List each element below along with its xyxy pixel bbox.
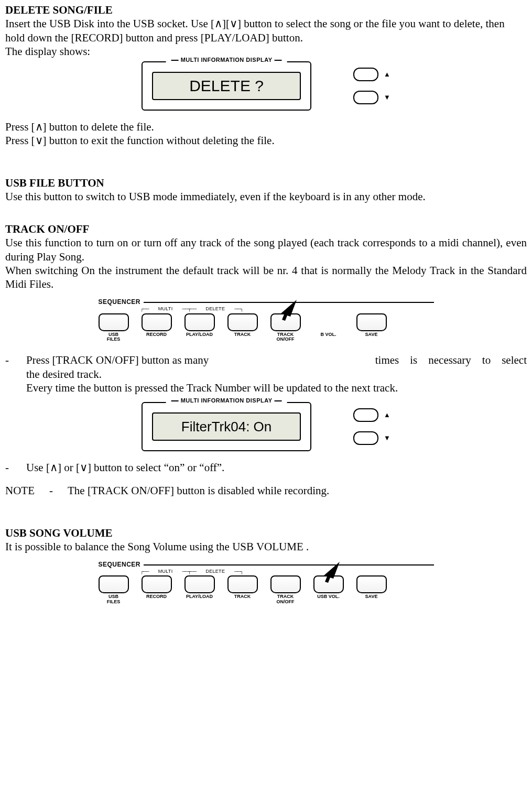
track-label-2: TRACK [227,594,258,599]
usbfile-p1: Use this button to switch to USB mode im… [5,190,527,203]
track-onoff-label: TRACK ON/OFF [270,332,301,342]
lcd-screen: DELETE ? [152,72,301,100]
display-label: MULTI INFORMATION DISPLAY [166,57,287,64]
up-button[interactable] [353,68,378,81]
display-label-2: MULTI INFORMATION DISPLAY [166,397,287,405]
delete-p1: Insert the USB Disk into the USB socket.… [5,17,527,45]
section-title-delete: DELETE SONG/FILE [5,3,527,17]
usb-files-label-2: USB FILES [99,594,129,604]
track-button[interactable] [227,313,258,331]
delete-p4: Press [∨] button to exit the function wi… [5,134,527,147]
down-arrow-icon: ▼ [384,93,390,102]
save-button-2[interactable] [356,575,387,593]
sequencer-title-text-2: SEQUENCER [99,561,141,569]
arrow-buttons-2: ▲ ▼ [353,408,390,445]
sub-delete: DELETE [196,306,234,312]
track-label: TRACK [227,332,258,337]
usb-files-button[interactable] [99,313,129,331]
up-arrow-icon: ▲ [384,70,390,79]
trackonoff-p2: When switching On the instrument the def… [5,264,527,291]
save-label: SAVE [356,332,387,337]
trackonoff-p1: Use this function to turn on or turn off… [5,236,527,264]
figure-sequencer-1: SEQUENCER ┌── MULTI ──┬── DELETE ──┐ USB… [99,298,434,342]
note-label: NOTE [5,484,35,497]
figure-delete-display: MULTI INFORMATION DISPLAY DELETE ? ▲ ▼ [5,61,527,111]
track-onoff-label-2: TRACK ON/OFF [270,594,301,604]
record-label: RECORD [142,332,172,337]
sequencer-buttons: USB FILES RECORD PLAY/LOAD TRACK TRACK O… [99,313,434,342]
sub-multi-2: MULTI [149,569,182,574]
sequencer-title-text: SEQUENCER [99,298,141,306]
section-title-usbfile: USB FILE BUTTON [5,176,527,190]
delete-p3: Press [∧] button to delete the file. [5,120,527,134]
record-button[interactable] [142,313,172,331]
multi-info-display: MULTI INFORMATION DISPLAY DELETE ? [142,61,311,111]
list-item-1: - Press [TRACK ON/OFF] button as many ti… [5,353,527,395]
usb-files-button-2[interactable] [99,575,129,593]
dash-icon: - [5,353,26,395]
li1a: Press [TRACK ON/OFF] button as many [26,353,209,367]
multi-info-display-2: MULTI INFORMATION DISPLAY FilterTrk04: O… [142,402,311,451]
cursor-arrow-icon-2 [319,561,341,583]
up-arrow-icon-2: ▲ [384,411,390,419]
section-title-trackonoff: TRACK ON/OFF [5,222,527,236]
record-button-2[interactable] [142,575,172,593]
down-button-row: ▼ [353,91,390,104]
lcd-screen-2: FilterTrk04: On [152,412,301,441]
track-onoff-button-2[interactable] [270,575,301,593]
sub-delete-2: DELETE [196,569,234,574]
usb-vol-col: USB VOL. [313,575,344,599]
arrow-buttons: ▲ ▼ [353,68,390,104]
usbvol-p1: It is possible to balance the Song Volum… [5,540,527,553]
usb-files-label: USB FILES [99,332,129,342]
up-button-row: ▲ [353,68,390,81]
sequencer-title: SEQUENCER [99,298,434,306]
playload-button[interactable] [184,313,215,331]
record-label-2: RECORD [142,594,172,599]
track-onoff-col: TRACK ON/OFF [270,313,301,342]
note-dash: - [49,484,53,497]
list-item-2: - Use [∧] or [∨] button to select “on” o… [5,461,527,474]
down-button-2[interactable] [353,431,378,445]
li1d: Every time the button is pressed the Tra… [26,381,527,395]
figure-sequencer-2: SEQUENCER ┌── MULTI ──┬── DELETE ──┐ USB… [99,561,434,604]
up-button-2[interactable] [353,408,378,422]
li1c: the desired track. [26,367,527,381]
figure-filter-display: MULTI INFORMATION DISPLAY FilterTrk04: O… [5,402,527,451]
li2: Use [∧] or [∨] button to select “on” or … [26,461,527,474]
save-label-2: SAVE [356,594,387,599]
down-arrow-icon-2: ▼ [384,434,390,442]
cursor-arrow-icon [276,299,298,321]
dash-icon-2: - [5,461,26,474]
playload-label-2: PLAY/LOAD [184,594,215,599]
usb-vol-label-hidden: B VOL. [313,332,344,337]
track-button-2[interactable] [227,575,258,593]
note-text: The [TRACK ON/OFF] button is disabled wh… [68,484,329,497]
note-row: NOTE - The [TRACK ON/OFF] button is disa… [5,484,527,497]
save-button[interactable] [356,313,387,331]
playload-label: PLAY/LOAD [184,332,215,337]
usb-vol-label: USB VOL. [313,594,344,599]
down-button[interactable] [353,91,378,104]
section-title-usbvol: USB SONG VOLUME [5,526,527,540]
playload-button-2[interactable] [184,575,215,593]
li1b: times is necessary to select [375,353,527,367]
sub-multi: MULTI [149,306,182,312]
